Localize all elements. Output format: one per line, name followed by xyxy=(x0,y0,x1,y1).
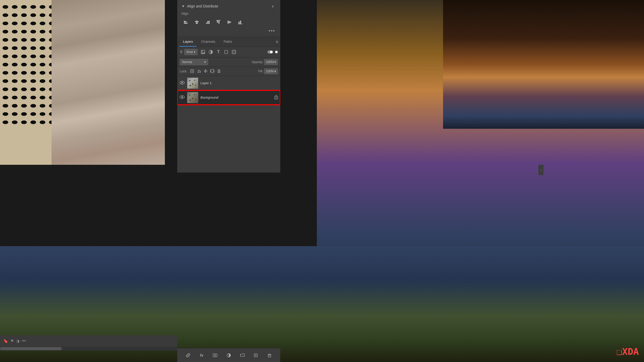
mac-pro-hole xyxy=(3,22,8,25)
filter-adjustment-icon[interactable] xyxy=(208,49,214,55)
mac-pro-hole xyxy=(30,63,36,66)
layers-panel: Layers Channels Paths ≡ ⚲ Kind ▾ xyxy=(177,37,280,105)
exclude-icon[interactable]: ◑ xyxy=(16,339,20,343)
mac-pro-hole xyxy=(3,63,8,66)
mac-pro-hole xyxy=(40,22,45,25)
mac-pro-hole xyxy=(30,96,36,99)
align-right-icon xyxy=(205,19,210,25)
delete-layer-button[interactable] xyxy=(266,352,273,359)
svg-point-32 xyxy=(181,82,183,83)
lock-paint-icon[interactable] xyxy=(197,69,201,74)
mac-pro-hole xyxy=(21,71,27,75)
visibility-icon-layer1[interactable] xyxy=(179,80,185,86)
lock-artboard-icon[interactable] xyxy=(210,69,215,74)
fill-dropdown[interactable]: 100% ▾ xyxy=(264,68,278,74)
mac-pro-hole xyxy=(40,63,45,66)
mac-pro-hole xyxy=(40,30,45,33)
visibility-icon-background[interactable] xyxy=(179,95,185,100)
layer-thumbnail-layer1 xyxy=(187,77,198,89)
opacity-section: Opacity: 100% ▾ xyxy=(252,59,278,65)
svg-rect-16 xyxy=(239,22,240,24)
kind-dropdown[interactable]: Kind ▾ xyxy=(184,49,198,55)
mac-pro-hole xyxy=(3,104,8,108)
align-center-v-button[interactable] xyxy=(225,18,234,27)
mac-pro-hole xyxy=(40,88,45,91)
flag-icon[interactable]: ⚑ xyxy=(10,339,14,343)
new-adjustment-button[interactable] xyxy=(225,352,232,359)
mac-pro-hole xyxy=(12,88,18,91)
align-top-button[interactable] xyxy=(214,18,223,27)
tab-channels[interactable]: Channels xyxy=(198,37,219,47)
filter-text-icon[interactable]: T xyxy=(216,49,221,55)
add-style-button[interactable]: fx xyxy=(198,352,205,359)
more-options-icon[interactable]: ••• xyxy=(22,339,26,343)
align-right-button[interactable] xyxy=(203,18,212,27)
mac-pro-hole xyxy=(3,5,8,9)
fill-label: Fill: xyxy=(258,70,263,73)
align-center-h-button[interactable] xyxy=(192,18,201,27)
tab-layers[interactable]: Layers xyxy=(179,37,197,47)
mac-pro-hole xyxy=(3,55,8,58)
svg-rect-17 xyxy=(240,21,241,24)
mac-pro-hole xyxy=(40,55,45,58)
mac-pro-hole xyxy=(40,38,45,42)
mac-pro-hole xyxy=(21,38,27,42)
canvas-bottom-toolbar: 🔖 ⚑ ◑ ••• xyxy=(0,335,177,347)
align-chevron-icon[interactable]: ▼ xyxy=(181,4,185,8)
layers-panel-menu-icon[interactable]: ≡ xyxy=(276,40,278,44)
filter-image-icon[interactable] xyxy=(200,49,206,55)
bookmark-icon[interactable]: 🔖 xyxy=(3,339,8,343)
filter-icons-group: T xyxy=(200,49,237,55)
add-mask-button[interactable] xyxy=(211,352,219,359)
canvas-scrollbar[interactable] xyxy=(0,347,177,351)
new-group-button[interactable] xyxy=(239,352,246,359)
filter-toggle[interactable] xyxy=(267,50,273,54)
mac-pro-hole xyxy=(3,120,8,124)
mac-pro-hole xyxy=(30,13,36,17)
section-collapse-button[interactable]: ∨ xyxy=(269,3,276,9)
scrollbar-thumb[interactable] xyxy=(0,347,62,350)
align-left-button[interactable] xyxy=(181,18,191,27)
filter-shape-icon[interactable] xyxy=(223,49,229,55)
svg-rect-6 xyxy=(209,21,210,24)
layers-tabs-bar: Layers Channels Paths ≡ xyxy=(177,37,280,47)
fill-arrow: ▾ xyxy=(274,70,276,73)
mac-pro-hole xyxy=(12,96,18,99)
layer-row[interactable]: Layer 1 xyxy=(177,76,280,90)
blend-mode-dropdown[interactable]: Normal ▾ xyxy=(180,59,208,65)
mac-pro-hole xyxy=(12,112,18,116)
svg-rect-28 xyxy=(213,71,214,72)
mac-pro-hole xyxy=(40,13,45,17)
link-layers-button[interactable] xyxy=(184,352,192,359)
svg-rect-9 xyxy=(216,20,221,21)
align-bottom-button[interactable] xyxy=(235,18,245,27)
more-options-dots[interactable]: ••• xyxy=(269,28,275,34)
opacity-label: Opacity: xyxy=(252,60,263,64)
lock-move-icon[interactable] xyxy=(203,69,208,74)
layer-row-background[interactable]: Background xyxy=(177,90,280,105)
fill-value-text: 100% xyxy=(266,70,274,73)
mac-pro-hole xyxy=(21,22,27,25)
lock-icons-group xyxy=(190,69,221,74)
filter-smart-icon[interactable] xyxy=(231,49,237,55)
xda-logo: ❑XDA xyxy=(616,346,639,357)
city-water-scene xyxy=(443,0,644,129)
kind-dropdown-arrow: ▾ xyxy=(194,50,195,54)
mac-pro-hole xyxy=(3,96,8,99)
mac-pro-hole xyxy=(40,96,45,99)
mac-pro-hole xyxy=(21,13,27,17)
opacity-dropdown[interactable]: 100% ▾ xyxy=(264,59,278,65)
tab-paths[interactable]: Paths xyxy=(220,37,236,47)
svg-rect-10 xyxy=(217,21,218,23)
new-layer-button[interactable] xyxy=(252,352,259,359)
mac-pro-hole xyxy=(3,88,8,91)
lock-pixels-icon[interactable] xyxy=(190,69,194,74)
mac-pro-hole xyxy=(30,46,36,50)
mac-pro-hole xyxy=(30,71,36,75)
mac-pro-hole xyxy=(40,120,45,124)
lock-all-icon[interactable] xyxy=(217,69,221,74)
mac-pro-hole xyxy=(12,38,18,42)
panel-expand-arrow[interactable]: › xyxy=(538,165,544,175)
mac-pro-hole xyxy=(12,63,18,66)
mac-pro-hole xyxy=(12,22,18,25)
